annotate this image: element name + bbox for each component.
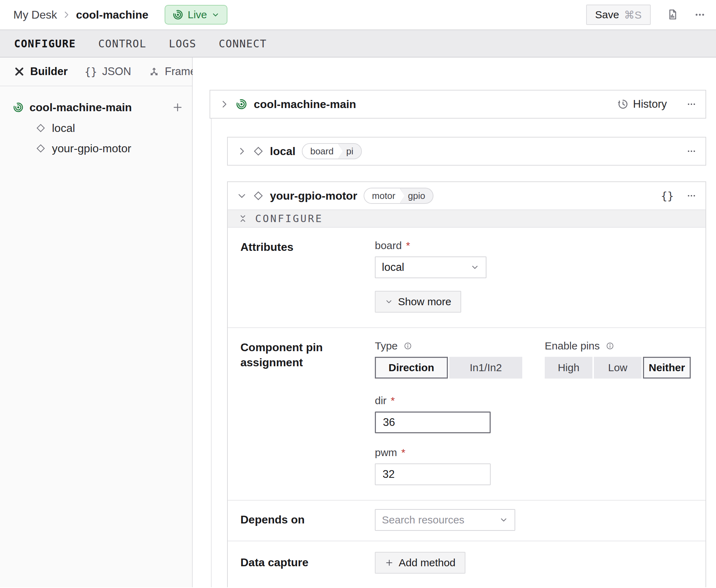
- add-method-label: Add method: [399, 557, 456, 569]
- view-tab-builder[interactable]: Builder: [13, 65, 68, 78]
- local-card-title: local: [270, 145, 296, 158]
- add-method-button[interactable]: Add method: [375, 552, 465, 574]
- board-select-value: local: [382, 261, 404, 274]
- type-toggle-block: Type Direction In1/In2: [375, 340, 522, 379]
- type-option-direction[interactable]: Direction: [375, 357, 448, 379]
- chevron-down-icon: [385, 298, 393, 306]
- json-braces-icon[interactable]: {}: [661, 189, 674, 202]
- tab-control[interactable]: CONTROL: [87, 38, 158, 50]
- expand-chevron-right-icon[interactable]: [237, 146, 247, 156]
- attributes-section: Attributes board * local: [228, 228, 705, 327]
- view-tab-json[interactable]: {} JSON: [85, 65, 131, 78]
- info-icon[interactable]: [403, 341, 412, 350]
- tree-item-machine[interactable]: cool-machine-main: [0, 97, 192, 118]
- app-header: My Desk cool-machine Live Save ⌘S: [0, 0, 716, 29]
- tree-item-motor[interactable]: your-gpio-motor: [0, 138, 192, 159]
- main-panel: cool-machine-main History: [193, 58, 716, 587]
- tools-icon: [13, 66, 25, 78]
- tab-logs[interactable]: LOGS: [158, 38, 207, 50]
- tree-item-motor-label: your-gpio-motor: [52, 142, 131, 155]
- depends-on-section: Depends on Search resources: [228, 500, 705, 541]
- pin-assignment-heading: Component pin assignment: [240, 340, 375, 370]
- tab-connect[interactable]: CONNECT: [207, 38, 278, 50]
- show-more-button[interactable]: Show more: [375, 291, 461, 313]
- attributes-heading: Attributes: [240, 240, 375, 255]
- enable-pins-block: Enable pins High Low: [545, 340, 691, 379]
- history-icon: [617, 98, 629, 110]
- machine-status-dropdown[interactable]: Live: [165, 5, 227, 25]
- card-menu-icon[interactable]: [687, 191, 696, 201]
- pin-assignment-section: Component pin assignment Type: [228, 327, 705, 500]
- type-option-in1in2[interactable]: In1/In2: [449, 357, 522, 379]
- depends-on-placeholder: Search resources: [382, 514, 464, 526]
- required-marker: *: [401, 447, 405, 459]
- nav-tab-bar: CONFIGURE CONTROL LOGS CONNECT: [0, 29, 716, 58]
- view-tab-json-label: JSON: [102, 65, 131, 78]
- motor-card: your-gpio-motor motor gpio {}: [227, 181, 706, 587]
- show-more-label: Show more: [398, 296, 451, 308]
- chevron-down-icon: [499, 515, 508, 524]
- tree-item-local[interactable]: local: [0, 118, 192, 138]
- machine-part-title: cool-machine-main: [254, 98, 356, 111]
- configure-section-label: CONFIGURE: [255, 213, 323, 225]
- dir-input[interactable]: [375, 412, 491, 433]
- badge-model: gpio: [404, 188, 433, 203]
- pwm-input[interactable]: [375, 463, 491, 485]
- history-button[interactable]: History: [617, 98, 667, 111]
- local-board-card: local board pi: [227, 137, 706, 166]
- tree-item-machine-label: cool-machine-main: [29, 101, 132, 114]
- file-chart-icon[interactable]: [666, 8, 679, 21]
- chevron-down-icon: [211, 11, 220, 19]
- depends-on-select[interactable]: Search resources: [375, 509, 515, 531]
- board-select[interactable]: local: [375, 256, 486, 278]
- diamond-icon: [253, 191, 264, 201]
- expand-chevron-right-icon[interactable]: [219, 99, 229, 109]
- motor-card-title: your-gpio-motor: [270, 189, 357, 202]
- resource-type-badge: board pi: [302, 143, 362, 159]
- card-menu-icon[interactable]: [687, 146, 696, 156]
- pwm-field-label: pwm *: [375, 447, 693, 459]
- overflow-menu-icon[interactable]: [694, 9, 705, 20]
- collapse-chevron-down-icon[interactable]: [237, 191, 247, 201]
- sidebar: Builder {} JSON Frame: [0, 58, 193, 587]
- save-button-label: Save: [595, 9, 619, 21]
- data-capture-heading: Data capture: [240, 555, 375, 570]
- machine-part-card: cool-machine-main History: [210, 90, 706, 119]
- broadcast-icon: [236, 98, 247, 110]
- braces-icon: {}: [85, 66, 97, 78]
- info-icon[interactable]: [605, 341, 615, 350]
- save-button[interactable]: Save ⌘S: [586, 5, 651, 25]
- tree-item-local-label: local: [52, 122, 75, 135]
- breadcrumb-parent-link[interactable]: My Desk: [13, 8, 57, 21]
- resource-tree: cool-machine-main local your-gpio-motor: [0, 86, 192, 159]
- breadcrumb-separator-icon: [62, 10, 71, 19]
- diamond-icon: [253, 146, 264, 156]
- resource-type-badge: motor gpio: [364, 188, 434, 204]
- tab-configure[interactable]: CONFIGURE: [3, 38, 87, 50]
- broadcast-icon: [172, 9, 184, 20]
- save-shortcut: ⌘S: [624, 9, 642, 21]
- diamond-icon: [36, 143, 46, 153]
- add-component-icon[interactable]: [172, 101, 184, 113]
- configure-section-bar[interactable]: CONFIGURE: [228, 209, 705, 228]
- history-label: History: [633, 98, 667, 111]
- view-tab-frame-label: Frame: [165, 65, 197, 78]
- badge-type: motor: [364, 188, 404, 203]
- badge-model: pi: [343, 144, 361, 159]
- enable-pins-toggle-group: High Low Neither: [545, 357, 691, 379]
- required-marker: *: [391, 395, 395, 407]
- breadcrumb-current: cool-machine: [76, 8, 148, 21]
- view-tab-frame[interactable]: Frame: [148, 65, 197, 78]
- breadcrumb: My Desk cool-machine: [13, 8, 148, 21]
- enable-pins-label: Enable pins: [545, 340, 691, 352]
- type-label: Type: [375, 340, 522, 352]
- view-tabs: Builder {} JSON Frame: [0, 58, 192, 86]
- broadcast-icon: [13, 102, 24, 113]
- required-marker: *: [406, 240, 410, 252]
- card-menu-icon[interactable]: [687, 99, 696, 109]
- enable-option-neither[interactable]: Neither: [643, 357, 691, 379]
- enable-option-low[interactable]: Low: [594, 357, 642, 379]
- enable-option-high[interactable]: High: [545, 357, 592, 379]
- type-toggle-group: Direction In1/In2: [375, 357, 522, 379]
- dir-field-label: dir *: [375, 395, 693, 407]
